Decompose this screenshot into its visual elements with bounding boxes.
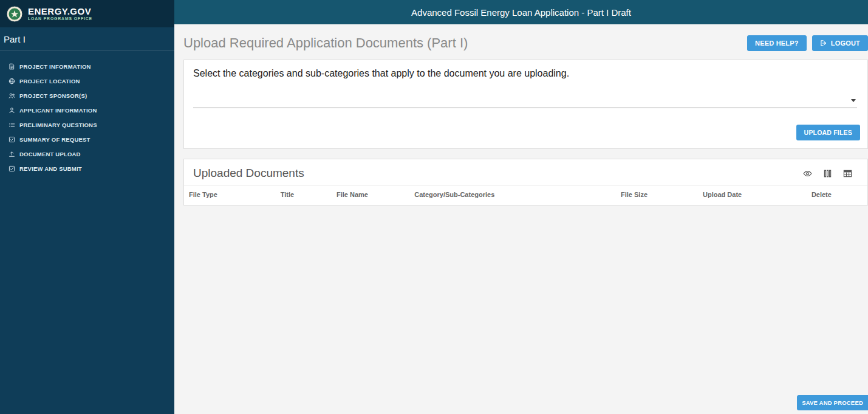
main-area: Advanced Fossil Energy Loan Application … — [174, 0, 868, 414]
documents-table: File Type Title File Name Category/Sub-C… — [184, 185, 867, 205]
list-icon — [9, 122, 15, 128]
upload-files-label: UPLOAD FILES — [804, 129, 852, 136]
sidebar-item-applicant-information[interactable]: APPLICANT INFORMATION — [0, 103, 174, 117]
sidebar-item-label: PROJECT INFORMATION — [19, 63, 91, 70]
sidebar-nav: PROJECT INFORMATION PROJECT LOCATION PRO… — [0, 50, 174, 176]
logout-icon — [820, 40, 827, 47]
sidebar-item-project-information[interactable]: PROJECT INFORMATION — [0, 59, 174, 74]
save-and-proceed-button[interactable]: SAVE AND PROCEED — [797, 395, 868, 410]
col-title: Title — [276, 186, 332, 205]
user-icon — [9, 107, 15, 114]
sidebar-section-title: Part I — [0, 27, 174, 50]
sidebar-item-label: PROJECT LOCATION — [19, 78, 80, 85]
application-title: Advanced Fossil Energy Loan Application … — [411, 7, 631, 18]
header-buttons: NEED HELP? LOGOUT — [747, 35, 868, 51]
sidebar-item-preliminary-questions[interactable]: PRELIMINARY QUESTIONS — [0, 117, 174, 132]
table-icon[interactable] — [843, 169, 852, 178]
page-header: Upload Required Application Documents (P… — [183, 24, 868, 60]
documents-table-header-row: File Type Title File Name Category/Sub-C… — [184, 186, 867, 205]
col-file-type: File Type — [184, 186, 276, 205]
table-tools — [803, 169, 858, 178]
document-icon — [9, 63, 15, 70]
logout-label: LOGOUT — [831, 40, 860, 47]
check-square-icon — [9, 136, 15, 143]
chevron-down-icon — [851, 99, 856, 102]
content-area: Upload Required Application Documents (P… — [174, 24, 868, 414]
sidebar-item-label: REVIEW AND SUBMIT — [19, 165, 82, 172]
col-upload-date: Upload Date — [698, 186, 807, 205]
upload-icon — [9, 151, 15, 157]
save-and-proceed-label: SAVE AND PROCEED — [802, 399, 863, 406]
logo-subtitle: LOAN PROGRAMS OFFICE — [28, 17, 92, 21]
col-delete: Delete — [807, 186, 867, 205]
need-help-button[interactable]: NEED HELP? — [747, 35, 807, 51]
columns-icon[interactable] — [823, 169, 832, 178]
topbar: Advanced Fossil Energy Loan Application … — [174, 0, 868, 24]
uploaded-documents-title: Uploaded Documents — [193, 167, 304, 180]
sidebar-item-label: PRELIMINARY QUESTIONS — [19, 122, 97, 128]
users-icon — [9, 92, 15, 99]
logout-button[interactable]: LOGOUT — [812, 35, 868, 51]
sidebar-item-document-upload[interactable]: DOCUMENT UPLOAD — [0, 147, 174, 161]
need-help-label: NEED HELP? — [755, 40, 799, 47]
sidebar-item-project-location[interactable]: PROJECT LOCATION — [0, 74, 174, 88]
col-categories: Category/Sub-Categories — [409, 186, 616, 205]
category-dropdown[interactable] — [193, 94, 857, 108]
sidebar-item-label: SUMMARY OF REQUEST — [19, 136, 91, 143]
sidebar-item-label: APPLICANT INFORMATION — [19, 107, 97, 114]
energy-gov-logo: ENERGY.GOV LOAN PROGRAMS OFFICE — [0, 0, 174, 27]
eye-icon[interactable] — [803, 169, 812, 178]
logo-title: ENERGY.GOV — [28, 7, 92, 16]
uploaded-documents-header: Uploaded Documents — [184, 159, 867, 185]
col-file-name: File Name — [332, 186, 409, 205]
uploaded-documents-panel: Uploaded Documents — [183, 159, 868, 205]
sidebar-item-summary-of-request[interactable]: SUMMARY OF REQUEST — [0, 132, 174, 147]
sidebar-item-label: DOCUMENT UPLOAD — [19, 151, 81, 157]
sidebar-item-label: PROJECT SPONSOR(S) — [19, 92, 87, 99]
page-title: Upload Required Application Documents (P… — [183, 35, 468, 51]
logo-text: ENERGY.GOV LOAN PROGRAMS OFFICE — [28, 7, 92, 21]
app-window: ENERGY.GOV LOAN PROGRAMS OFFICE Part I P… — [0, 0, 868, 414]
sidebar-item-project-sponsors[interactable]: PROJECT SPONSOR(S) — [0, 88, 174, 103]
col-file-size: File Size — [616, 186, 698, 205]
category-instruction: Select the categories and sub-categories… — [193, 68, 858, 79]
review-check-icon — [9, 165, 15, 172]
upload-panel: Select the categories and sub-categories… — [183, 60, 868, 149]
globe-icon — [9, 78, 15, 85]
sidebar: ENERGY.GOV LOAN PROGRAMS OFFICE Part I P… — [0, 0, 174, 414]
doe-seal-icon — [6, 5, 23, 22]
upload-files-button[interactable]: UPLOAD FILES — [796, 125, 860, 140]
sidebar-item-review-and-submit[interactable]: REVIEW AND SUBMIT — [0, 161, 174, 176]
